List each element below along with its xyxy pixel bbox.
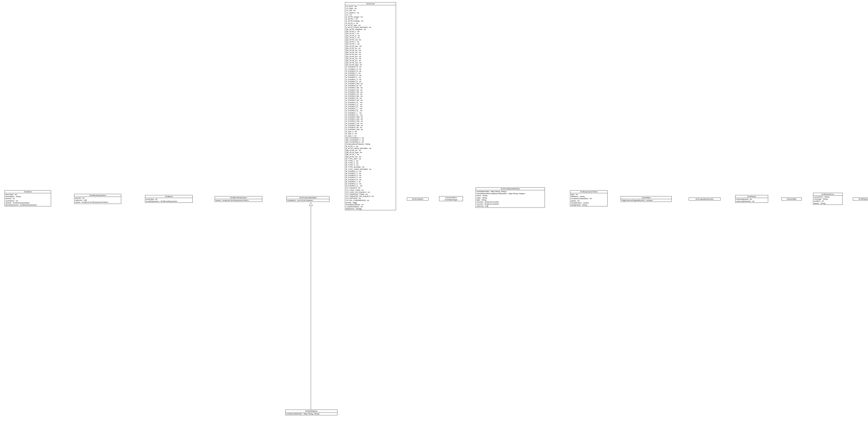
attr: QB_ATTR_type : int xyxy=(346,151,395,153)
attr: A_STEREO_RE : int xyxy=(346,87,395,89)
attr: A_STEREO_NE : int xyxy=(346,95,395,97)
attr: attrName : String xyxy=(571,195,607,198)
attr: A_STEREO_SM : int xyxy=(346,118,395,120)
attr: A_STEREO_R_ : int xyxy=(346,101,395,103)
attr: QB_ATTR_rbc : int xyxy=(346,156,395,158)
attr: name : String xyxy=(476,194,544,197)
attr: stringParam : String xyxy=(571,204,607,206)
attr: QA_ATTR_mw : int xyxy=(346,62,395,64)
attr: A_STEREO_I_ : int xyxy=(346,112,395,114)
attr: QA_ATTR_r : int xyxy=(346,41,395,43)
attr: A_STEREO_U : int xyxy=(346,79,395,81)
attr: LO_AND : int xyxy=(346,7,395,9)
attr: valences : int[] xyxy=(476,205,544,207)
attr: QA_ATTR_hac : int xyxy=(346,45,395,47)
class-sln-parser: SLNParser numFragments : int maxCompNumb… xyxy=(735,195,768,203)
attr: CO_GREATER_THAN : int xyxy=(346,193,395,195)
attr: QB_ATTR_src : int xyxy=(346,149,395,151)
attr: B_STEREO_T : int xyxy=(346,172,395,174)
attr: FlagPreserveOriginalAtomID : boolean xyxy=(622,199,671,202)
attr: B_TYPE_2 : int xyxy=(346,162,395,164)
attr: QA_ATTR_htc : int xyxy=(346,49,395,51)
attr: coord3d : ArrayList<double> xyxy=(476,203,544,205)
attr: QA_ATTR_n : int xyxy=(346,37,395,39)
attr: A_STEREO_N : int xyxy=(346,70,395,72)
attr: CoveredAtomProperty : String xyxy=(346,143,395,145)
attr: A_STEREO_D_ : int xyxy=(346,105,395,108)
attr: QA_ATTR_v : int xyxy=(346,43,395,45)
attr: LocalDictOffseet : int xyxy=(346,206,395,208)
class-title: SLNLogicalExpression xyxy=(689,198,720,200)
class-attrs: containers : List<SLNContainer> xyxy=(287,199,329,202)
attr: QA_ATTR_is : int xyxy=(346,35,395,37)
attr: B_STEREO_E : int xyxy=(346,174,395,176)
class-sln-bond-expression: SLNBondExpression tokens : ArrayList<SLN… xyxy=(215,196,262,202)
attr: A_STEREO_DE : int xyxy=(346,91,395,93)
attr: atomID : int xyxy=(5,198,50,200)
attr: A_STEREO_U_ : int xyxy=(346,114,395,116)
attr: userDefiendAttrComparisonOperation : Map… xyxy=(476,192,544,194)
attr: A_ATTR_s : int xyxy=(346,22,395,24)
attr: sourceSLN : String xyxy=(814,196,842,198)
class-sln-atom-expression: SLNAtomExpression atomID : int valences … xyxy=(74,194,121,204)
class-sln-const: SLNConst LO_NOT : intLO_AND : intLO_OR :… xyxy=(345,2,396,210)
attr: CO_LESS_OR_EQUALS : int xyxy=(346,191,395,193)
attr: comparisonOperation : int xyxy=(571,198,607,200)
attr: atomType : int xyxy=(5,193,50,195)
attr: B_STEREO_I : int xyxy=(346,181,395,183)
attr: regid : String xyxy=(476,197,544,199)
class-attrs: type : int attrName : String comparisonO… xyxy=(570,193,607,206)
attr: QA_ATTR_mapNum : int xyxy=(346,28,395,30)
generalization-arrowhead-icon xyxy=(309,203,313,206)
class-title: SLNAtom xyxy=(5,190,51,193)
attr: CO_EQUALS : int xyxy=(346,187,395,189)
class-title: ParserState xyxy=(781,198,802,200)
attr: QA_ATTR_not : int xyxy=(346,39,395,41)
attr: QA_ATTR_c : int xyxy=(346,30,395,32)
attr: B_ATTR_USER_DEFINED : int xyxy=(346,147,395,149)
attr: LO : int xyxy=(346,14,395,16)
attr: type : String xyxy=(476,199,544,201)
attr: param : String xyxy=(814,202,842,204)
attr: atomExpression : SLNAtomExpression xyxy=(5,204,50,206)
attr: A_STEREO_S_ : int xyxy=(346,103,395,105)
attr: dictObj : SLNDictionaryObject xyxy=(5,202,50,204)
class-attrs: bondType : int bondExpression : SLNBondE… xyxy=(145,198,192,203)
class-attrs: FlagPreserveOriginalAtomID : boolean xyxy=(621,199,672,202)
attr: A_STEREO_LE : int xyxy=(346,93,395,95)
class-title: SLNConst xyxy=(345,2,396,5)
attr: maxCompNumber : int xyxy=(736,200,767,202)
attr: A_STEREO_L : int xyxy=(346,76,395,78)
attr: QA_ATTR_type : int xyxy=(346,64,395,66)
attr: A_STEREO_IM : int xyxy=(346,126,395,128)
attr: QA_COVERED_o : int xyxy=(346,139,395,141)
attr: QA_ATTR_rbc : int xyxy=(346,58,395,60)
attr: QA_COVERED_n : int xyxy=(346,137,395,139)
attr: QA_ATTR_tac : int xyxy=(346,53,395,55)
attr: A_ATTR_charge : int xyxy=(346,16,395,18)
class-sln-ring-closure: SLNRingClosure xyxy=(853,198,868,201)
attr: bondExpression : SLNBondExpression xyxy=(146,200,192,202)
attr: A_STEREO_I : int xyxy=(346,72,395,74)
class-title: SLNExpressionToken xyxy=(570,190,607,193)
attr: QA_ATTR_ntc : int xyxy=(346,51,395,53)
attr: A_STEREO_L_ : int xyxy=(346,108,395,110)
attr: coord2d : ArrayList<double> xyxy=(476,201,544,203)
class-sln-container: SLNContainer xyxy=(407,198,429,201)
attr: CO_DIFFERS : int xyxy=(346,197,395,199)
class-sln-expression-token: SLNExpressionToken type : int attrName :… xyxy=(570,190,608,206)
class-attrs: atomType : int atomName : String atomID … xyxy=(5,193,51,206)
class-title: SLNParser xyxy=(736,195,768,198)
attr: B_STEREO_U_ : int xyxy=(346,185,395,187)
attr: priority : int[][] xyxy=(346,202,395,204)
class-title: SLNParserError xyxy=(813,193,842,196)
attr: doubleParam : double xyxy=(571,202,607,204)
attr: tokens : ArrayList<SLNExpressionToken> xyxy=(216,199,261,202)
generalization-arrow xyxy=(306,203,313,410)
attr: type : int xyxy=(571,193,607,195)
attr: LO_NOT : int xyxy=(346,5,395,7)
attr: B_STEREO_C : int xyxy=(346,170,395,172)
attr: A_STEREO_IE : int xyxy=(346,97,395,99)
attr: LO_OR : int xyxy=(346,9,395,11)
class-attrs: atomID : int valences : int[] tokens : A… xyxy=(74,197,121,204)
